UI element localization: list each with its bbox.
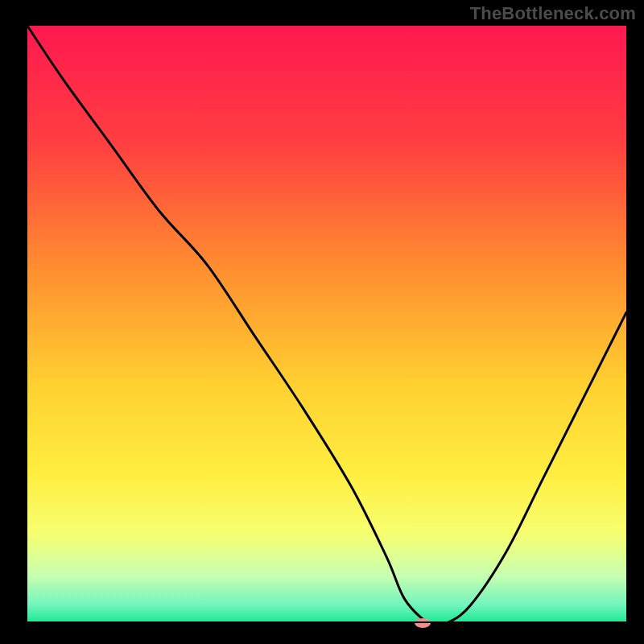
plot-background [27,26,626,623]
chart-stage: TheBottleneck.com [0,0,644,644]
watermark-text: TheBottleneck.com [470,3,636,24]
bottleneck-chart [0,0,644,644]
